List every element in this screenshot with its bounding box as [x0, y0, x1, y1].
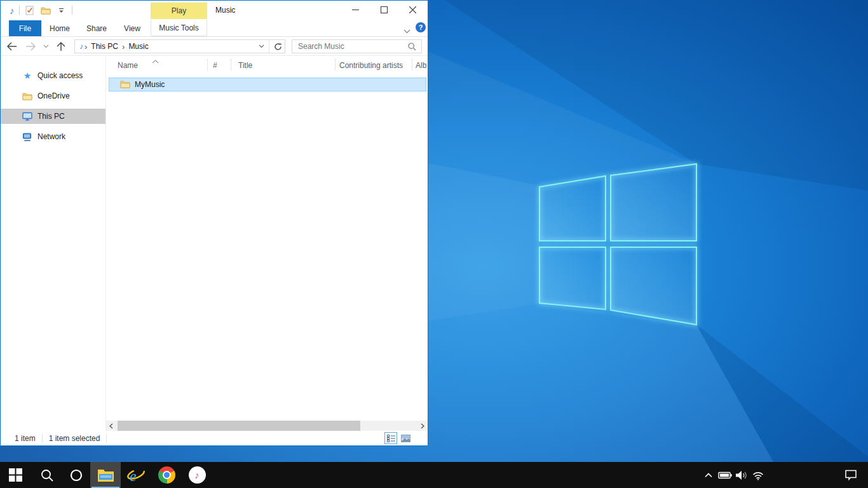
scroll-right-arrow[interactable] [417, 421, 428, 431]
title-bar: ♪ Play Music [1, 1, 428, 20]
start-button[interactable] [0, 462, 31, 488]
column-divider[interactable] [335, 58, 336, 71]
divider [19, 6, 20, 15]
customize-qat-dropdown[interactable] [56, 4, 67, 17]
sidebar-item-label: Network [37, 132, 65, 141]
tab-file[interactable]: File [9, 20, 41, 36]
scrollbar-thumb[interactable] [118, 421, 360, 431]
large-icons-view-button[interactable] [399, 432, 412, 444]
divider [106, 434, 107, 443]
internet-explorer-icon: e [126, 466, 146, 484]
system-tray [700, 462, 868, 488]
item-count: 1 item [15, 434, 36, 443]
tab-music-tools[interactable]: Music Tools [151, 20, 207, 36]
tab-view[interactable]: View [117, 20, 147, 36]
sidebar-item-network[interactable]: Network [1, 129, 105, 144]
sidebar-item-label: Quick access [37, 71, 83, 80]
refresh-button[interactable] [271, 43, 285, 51]
divider [269, 40, 269, 53]
quick-access-toolbar: ♪ [10, 1, 72, 20]
file-row-mymusic[interactable]: MyMusic [109, 78, 426, 92]
taskbar-search-button[interactable] [32, 462, 62, 488]
search-box[interactable] [292, 39, 422, 53]
search-icon [41, 469, 53, 482]
address-dropdown[interactable] [255, 44, 268, 48]
up-button[interactable] [53, 41, 69, 51]
action-center-icon[interactable] [843, 462, 859, 488]
forward-button[interactable] [22, 42, 39, 51]
caption-buttons [341, 1, 427, 19]
file-explorer-icon [97, 468, 114, 482]
horizontal-scrollbar[interactable] [106, 421, 428, 431]
sidebar-item-onedrive[interactable]: OneDrive [1, 88, 105, 104]
contextual-tab-group-label: Play [151, 3, 207, 19]
maximize-button[interactable] [370, 1, 398, 19]
cortana-button[interactable] [62, 462, 90, 488]
close-button[interactable] [398, 1, 427, 19]
view-toggle-buttons [384, 432, 412, 444]
column-divider[interactable] [207, 58, 208, 71]
divider [72, 6, 72, 15]
column-header-album[interactable]: Alb [416, 61, 426, 70]
properties-button[interactable] [24, 4, 36, 17]
folder-icon [22, 91, 32, 101]
divider [42, 434, 43, 443]
sidebar-item-quick-access[interactable]: ★ Quick access [1, 68, 105, 83]
chrome-icon [158, 466, 175, 484]
breadcrumb-music[interactable]: Music [126, 42, 151, 51]
cortana-circle-icon [70, 469, 83, 482]
battery-icon[interactable] [717, 462, 733, 488]
sort-ascending-icon [152, 57, 159, 65]
tab-home[interactable]: Home [44, 20, 75, 36]
breadcrumb-chevron-icon[interactable]: › [83, 42, 88, 51]
details-view-button[interactable] [384, 432, 397, 444]
tab-share[interactable]: Share [81, 20, 112, 36]
quick-access-star-icon: ★ [22, 71, 32, 81]
column-header-name[interactable]: Name [118, 61, 138, 70]
help-button[interactable]: ? [416, 22, 426, 32]
monitor-icon [22, 111, 32, 121]
wifi-icon[interactable] [750, 462, 766, 488]
breadcrumb-chevron-icon[interactable]: › [121, 42, 126, 51]
ribbon-tab-row: File Home Share View Music Tools ? [1, 20, 428, 37]
window-music-icon: ♪ [10, 6, 15, 15]
file-explorer-window: ♪ Play Music [0, 0, 428, 446]
taskbar-itunes-button[interactable]: ♪ [182, 462, 212, 488]
recent-locations-dropdown[interactable] [39, 44, 53, 48]
column-divider[interactable] [231, 58, 231, 71]
address-bar[interactable]: ♪ › This PC › Music [74, 39, 285, 53]
taskbar: e ♪ [0, 462, 868, 488]
volume-icon[interactable] [733, 462, 750, 488]
location-music-icon: ♪ [75, 43, 83, 50]
itunes-icon: ♪ [189, 466, 206, 484]
column-header-number[interactable]: # [213, 61, 217, 70]
scroll-left-arrow[interactable] [106, 421, 116, 431]
folder-icon [120, 80, 130, 89]
search-input[interactable] [292, 42, 403, 51]
window-title: Music [215, 1, 235, 20]
expand-ribbon-chevron-icon[interactable] [403, 25, 410, 36]
navigation-bar: ♪ › This PC › Music [1, 37, 428, 56]
tray-expand-chevron-icon[interactable] [700, 462, 717, 488]
new-folder-button[interactable] [40, 4, 51, 17]
breadcrumb-this-pc[interactable]: This PC [88, 42, 121, 51]
back-button[interactable] [1, 42, 22, 51]
taskbar-internet-explorer-button[interactable]: e [121, 462, 151, 488]
window-body: ★ Quick access OneDrive This PC [1, 56, 428, 431]
windows-logo [539, 164, 696, 325]
navigation-pane: ★ Quick access OneDrive This PC [1, 56, 106, 431]
taskbar-chrome-button[interactable] [151, 462, 182, 488]
column-divider[interactable] [412, 58, 412, 71]
taskbar-file-explorer-button[interactable] [90, 462, 121, 488]
sidebar-item-label: OneDrive [37, 92, 70, 100]
file-name: MyMusic [135, 80, 165, 89]
column-header-artists[interactable]: Contributing artists [339, 61, 403, 70]
column-header-title[interactable]: Title [238, 61, 252, 70]
network-pc-icon [22, 132, 32, 142]
windows-start-icon [9, 468, 22, 482]
sidebar-item-this-pc[interactable]: This PC [1, 109, 105, 124]
status-bar: 1 item 1 item selected [1, 431, 428, 445]
search-icon[interactable] [403, 43, 421, 51]
minimize-button[interactable] [341, 1, 370, 19]
file-list-pane: Name # Title Contributing artists Alb My… [106, 56, 428, 431]
